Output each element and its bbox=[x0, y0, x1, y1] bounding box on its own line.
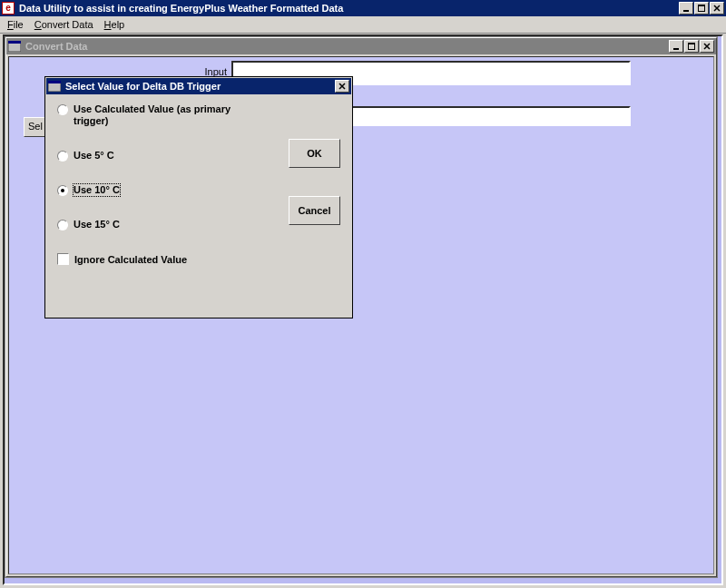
menu-file[interactable]: File bbox=[2, 18, 29, 31]
svg-rect-9 bbox=[688, 43, 695, 44]
dialog-title: Select Value for Delta DB Trigger bbox=[64, 81, 334, 92]
delta-db-dialog: Select Value for Delta DB Trigger Use Ca… bbox=[44, 76, 353, 318]
checkbox-label: Ignore Calculated Value bbox=[74, 254, 187, 265]
svg-rect-2 bbox=[698, 5, 705, 6]
dialog-close-button[interactable] bbox=[335, 80, 349, 93]
radio-label: Use Calculated Value (as primary trigger… bbox=[74, 103, 237, 127]
svg-rect-6 bbox=[8, 41, 21, 44]
radio-icon bbox=[57, 220, 68, 230]
menubar: File Convert Data Help bbox=[0, 16, 726, 34]
svg-rect-7 bbox=[673, 48, 679, 50]
radio-icon bbox=[57, 151, 68, 162]
radio-label: Use 10° C bbox=[74, 184, 120, 196]
child-titlebar: Convert Data bbox=[6, 38, 716, 54]
ok-button[interactable]: OK bbox=[289, 139, 340, 168]
radio-label: Use 15° C bbox=[74, 219, 120, 230]
app-icon: e bbox=[2, 2, 15, 15]
dialog-body: Use Calculated Value (as primary trigger… bbox=[46, 94, 351, 317]
radio-10c[interactable]: Use 10° C bbox=[57, 184, 340, 196]
radio-label: Use 5° C bbox=[74, 150, 114, 162]
main-minimize-button[interactable] bbox=[679, 2, 693, 15]
dialog-titlebar: Select Value for Delta DB Trigger bbox=[46, 78, 351, 94]
main-titlebar: e Data Utility to assist in creating Ene… bbox=[0, 0, 726, 16]
child-maximize-button[interactable] bbox=[684, 40, 699, 53]
svg-rect-13 bbox=[48, 81, 61, 83]
menu-help[interactable]: Help bbox=[99, 18, 131, 31]
mdi-client: Convert Data Input bbox=[3, 34, 723, 585]
cancel-button[interactable]: Cancel bbox=[289, 196, 340, 225]
main-window: e Data Utility to assist in creating Ene… bbox=[0, 0, 726, 588]
radio-icon bbox=[57, 185, 68, 196]
main-maximize-button[interactable] bbox=[694, 2, 709, 15]
form-icon bbox=[48, 80, 61, 93]
form-icon bbox=[8, 40, 21, 53]
checkbox-icon bbox=[57, 253, 69, 265]
radio-calc[interactable]: Use Calculated Value (as primary trigger… bbox=[57, 103, 340, 127]
main-title: Data Utility to assist in creating Energ… bbox=[17, 3, 678, 14]
menu-convert-data[interactable]: Convert Data bbox=[29, 18, 99, 31]
svg-rect-0 bbox=[683, 10, 689, 12]
main-close-button[interactable] bbox=[710, 2, 724, 15]
child-minimize-button[interactable] bbox=[669, 40, 683, 53]
radio-icon bbox=[57, 104, 68, 115]
ignore-calc-checkbox[interactable]: Ignore Calculated Value bbox=[57, 253, 340, 265]
child-close-button[interactable] bbox=[700, 40, 714, 53]
child-title: Convert Data bbox=[24, 41, 668, 52]
